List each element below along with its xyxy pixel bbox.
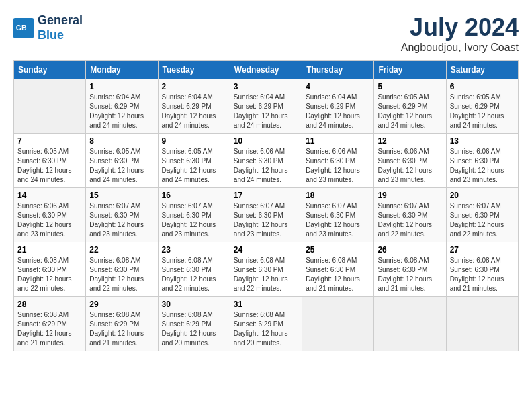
day-info: Sunrise: 6:07 AMSunset: 6:30 PMDaylight:… [306,201,370,239]
svg-text:GB: GB [16,24,27,32]
day-info: Sunrise: 6:08 AMSunset: 6:30 PMDaylight:… [89,256,154,293]
day-number: 21 [17,245,82,255]
calendar-cell: 6Sunrise: 6:05 AMSunset: 6:29 PMDaylight… [446,79,518,134]
day-info: Sunrise: 6:07 AMSunset: 6:30 PMDaylight:… [234,201,298,239]
day-info: Sunrise: 6:08 AMSunset: 6:30 PMDaylight:… [162,256,226,293]
calendar-cell: 26Sunrise: 6:08 AMSunset: 6:30 PMDayligh… [374,242,446,297]
calendar-cell: 17Sunrise: 6:07 AMSunset: 6:30 PMDayligh… [230,188,302,242]
day-number: 23 [162,245,226,255]
logo-text: General Blue [38,13,83,42]
day-number: 12 [378,136,442,146]
page-header: GB General Blue July 2024 Angboudjou, Iv… [13,13,519,54]
calendar-cell: 20Sunrise: 6:07 AMSunset: 6:30 PMDayligh… [446,188,518,242]
day-number: 16 [162,191,226,200]
calendar-cell: 3Sunrise: 6:04 AMSunset: 6:29 PMDaylight… [230,79,302,134]
day-number: 1 [89,82,154,91]
calendar-week-row: 21Sunrise: 6:08 AMSunset: 6:30 PMDayligh… [14,242,519,297]
day-info: Sunrise: 6:04 AMSunset: 6:29 PMDaylight:… [162,93,226,130]
day-number: 17 [234,191,298,200]
calendar-cell: 15Sunrise: 6:07 AMSunset: 6:30 PMDayligh… [86,188,158,242]
logo-icon: GB [13,18,34,38]
calendar-cell: 16Sunrise: 6:07 AMSunset: 6:30 PMDayligh… [158,188,230,242]
day-info: Sunrise: 6:05 AMSunset: 6:30 PMDaylight:… [17,147,82,185]
day-number: 22 [89,245,154,255]
day-number: 3 [234,82,298,91]
day-info: Sunrise: 6:07 AMSunset: 6:30 PMDaylight:… [162,201,226,239]
calendar-cell [14,79,86,134]
day-number: 11 [306,136,370,146]
day-info: Sunrise: 6:08 AMSunset: 6:29 PMDaylight:… [162,310,226,348]
day-info: Sunrise: 6:08 AMSunset: 6:30 PMDaylight:… [306,256,370,293]
day-info: Sunrise: 6:06 AMSunset: 6:30 PMDaylight:… [378,147,442,185]
calendar-cell: 19Sunrise: 6:07 AMSunset: 6:30 PMDayligh… [374,188,446,242]
calendar-cell: 2Sunrise: 6:04 AMSunset: 6:29 PMDaylight… [158,79,230,134]
calendar-cell: 14Sunrise: 6:06 AMSunset: 6:30 PMDayligh… [14,188,86,242]
day-number: 24 [234,245,298,255]
logo: GB General Blue [13,13,83,42]
calendar-cell: 9Sunrise: 6:05 AMSunset: 6:30 PMDaylight… [158,134,230,188]
day-info: Sunrise: 6:08 AMSunset: 6:30 PMDaylight:… [234,256,298,293]
weekday-header-sunday: Sunday [14,61,86,79]
day-info: Sunrise: 6:08 AMSunset: 6:30 PMDaylight:… [17,256,82,293]
day-info: Sunrise: 6:06 AMSunset: 6:30 PMDaylight:… [234,147,298,185]
weekday-header-saturday: Saturday [446,61,518,79]
day-info: Sunrise: 6:07 AMSunset: 6:30 PMDaylight:… [450,201,515,239]
calendar-cell: 1Sunrise: 6:04 AMSunset: 6:29 PMDaylight… [86,79,158,134]
day-info: Sunrise: 6:07 AMSunset: 6:30 PMDaylight:… [89,201,154,239]
day-info: Sunrise: 6:06 AMSunset: 6:30 PMDaylight:… [450,147,515,185]
calendar-week-row: 7Sunrise: 6:05 AMSunset: 6:30 PMDaylight… [14,134,519,188]
day-info: Sunrise: 6:04 AMSunset: 6:29 PMDaylight:… [89,93,154,130]
day-number: 25 [306,245,370,255]
month-title: July 2024 [401,13,519,42]
calendar-cell: 24Sunrise: 6:08 AMSunset: 6:30 PMDayligh… [230,242,302,297]
weekday-header-row: SundayMondayTuesdayWednesdayThursdayFrid… [14,61,519,79]
calendar-week-row: 1Sunrise: 6:04 AMSunset: 6:29 PMDaylight… [14,79,519,134]
calendar-cell: 28Sunrise: 6:08 AMSunset: 6:29 PMDayligh… [14,297,86,351]
day-info: Sunrise: 6:05 AMSunset: 6:29 PMDaylight:… [378,93,442,130]
day-number: 19 [378,191,442,200]
calendar-cell: 8Sunrise: 6:05 AMSunset: 6:30 PMDaylight… [86,134,158,188]
calendar-cell: 18Sunrise: 6:07 AMSunset: 6:30 PMDayligh… [302,188,374,242]
day-number: 7 [17,136,82,146]
day-number: 31 [234,300,298,309]
day-info: Sunrise: 6:05 AMSunset: 6:30 PMDaylight:… [89,147,154,185]
calendar-cell: 12Sunrise: 6:06 AMSunset: 6:30 PMDayligh… [374,134,446,188]
day-number: 9 [162,136,226,146]
day-number: 10 [234,136,298,146]
day-info: Sunrise: 6:08 AMSunset: 6:30 PMDaylight:… [450,256,515,293]
day-number: 27 [450,245,515,255]
calendar-week-row: 28Sunrise: 6:08 AMSunset: 6:29 PMDayligh… [14,297,519,351]
day-info: Sunrise: 6:08 AMSunset: 6:29 PMDaylight:… [89,310,154,348]
calendar-cell: 30Sunrise: 6:08 AMSunset: 6:29 PMDayligh… [158,297,230,351]
calendar-body: 1Sunrise: 6:04 AMSunset: 6:29 PMDaylight… [14,79,519,351]
calendar-cell [302,297,374,351]
calendar-header: SundayMondayTuesdayWednesdayThursdayFrid… [14,61,519,79]
day-info: Sunrise: 6:05 AMSunset: 6:29 PMDaylight:… [450,93,515,130]
calendar-week-row: 14Sunrise: 6:06 AMSunset: 6:30 PMDayligh… [14,188,519,242]
weekday-header-tuesday: Tuesday [158,61,230,79]
weekday-header-monday: Monday [86,61,158,79]
day-number: 6 [450,82,515,91]
calendar-cell: 4Sunrise: 6:04 AMSunset: 6:29 PMDaylight… [302,79,374,134]
calendar-cell: 25Sunrise: 6:08 AMSunset: 6:30 PMDayligh… [302,242,374,297]
day-number: 30 [162,300,226,309]
calendar-cell: 29Sunrise: 6:08 AMSunset: 6:29 PMDayligh… [86,297,158,351]
calendar-cell: 7Sunrise: 6:05 AMSunset: 6:30 PMDaylight… [14,134,86,188]
day-number: 5 [378,82,442,91]
day-number: 18 [306,191,370,200]
day-number: 14 [17,191,82,200]
calendar-cell: 23Sunrise: 6:08 AMSunset: 6:30 PMDayligh… [158,242,230,297]
day-info: Sunrise: 6:08 AMSunset: 6:30 PMDaylight:… [378,256,442,293]
day-info: Sunrise: 6:04 AMSunset: 6:29 PMDaylight:… [306,93,370,130]
calendar-cell [446,297,518,351]
day-info: Sunrise: 6:06 AMSunset: 6:30 PMDaylight:… [306,147,370,185]
day-info: Sunrise: 6:07 AMSunset: 6:30 PMDaylight:… [378,201,442,239]
calendar-cell: 22Sunrise: 6:08 AMSunset: 6:30 PMDayligh… [86,242,158,297]
calendar-cell: 27Sunrise: 6:08 AMSunset: 6:30 PMDayligh… [446,242,518,297]
day-info: Sunrise: 6:08 AMSunset: 6:29 PMDaylight:… [234,310,298,348]
day-number: 20 [450,191,515,200]
calendar-cell: 21Sunrise: 6:08 AMSunset: 6:30 PMDayligh… [14,242,86,297]
day-number: 26 [378,245,442,255]
day-number: 28 [17,300,82,309]
day-info: Sunrise: 6:08 AMSunset: 6:29 PMDaylight:… [17,310,82,348]
